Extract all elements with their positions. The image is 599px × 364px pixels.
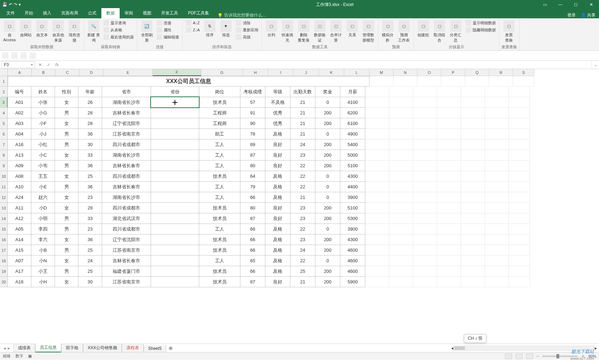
column-header-F[interactable]: F	[153, 69, 201, 76]
data-cell[interactable]	[509, 150, 530, 161]
data-cell[interactable]	[151, 181, 199, 192]
data-cell[interactable]	[485, 97, 509, 108]
data-cell[interactable]	[485, 150, 509, 161]
share-button[interactable]: 👤 共享	[581, 12, 595, 18]
login-link[interactable]: 登录	[567, 12, 576, 18]
data-cell[interactable]: 男	[55, 245, 78, 256]
ribbon-small-button[interactable]: 显示查询	[102, 20, 135, 26]
data-cell[interactable]	[461, 213, 485, 224]
data-cell[interactable]: 良好	[265, 276, 290, 287]
data-cell[interactable]	[509, 97, 530, 108]
data-cell[interactable]: 优秀	[265, 118, 290, 129]
tell-me-search[interactable]: 💡 告诉我您想要做什么…	[217, 12, 266, 18]
data-cell[interactable]: 87	[240, 150, 265, 161]
sheet-nav-next-icon[interactable]: ▸	[8, 346, 10, 351]
data-cell[interactable]	[365, 129, 389, 139]
data-cell[interactable]	[389, 245, 413, 256]
row-header-10[interactable]: 10	[0, 171, 8, 182]
row-header-14[interactable]: 14	[0, 213, 8, 224]
data-cell[interactable]: 5400	[340, 139, 365, 150]
data-cell[interactable]: A07	[7, 255, 31, 266]
data-cell[interactable]	[461, 150, 485, 161]
data-cell[interactable]	[509, 118, 530, 129]
data-cell[interactable]	[389, 161, 413, 171]
ribbon-small-button[interactable]: 连接	[156, 20, 180, 26]
data-cell[interactable]	[413, 150, 437, 161]
data-cell[interactable]: 200	[315, 213, 340, 224]
data-cell[interactable]: A05	[7, 224, 31, 234]
data-cell[interactable]: 90	[240, 118, 265, 129]
data-cell[interactable]	[437, 245, 461, 256]
data-cell[interactable]	[365, 118, 389, 129]
data-cell[interactable]: 小C	[31, 150, 55, 161]
data-cell[interactable]	[413, 203, 437, 213]
data-cell[interactable]	[365, 277, 389, 287]
sheet-tab[interactable]: 田字格	[61, 344, 83, 352]
header-cell[interactable]: 出勤天数	[290, 86, 315, 97]
data-cell[interactable]	[509, 277, 530, 287]
data-cell[interactable]	[437, 139, 461, 150]
row-header-3[interactable]: 3	[0, 97, 8, 108]
filter-button[interactable]: ▼筛选	[219, 20, 233, 38]
data-cell[interactable]	[437, 266, 461, 277]
maximize-icon[interactable]: ◻	[568, 0, 584, 9]
redo-icon[interactable]: ↷	[14, 2, 17, 7]
data-cell[interactable]	[151, 266, 199, 277]
data-cell[interactable]	[365, 234, 389, 245]
sheet-tab[interactable]: 成绩表	[13, 344, 35, 352]
row-header-18[interactable]: 18	[0, 256, 8, 266]
data-cell[interactable]	[485, 139, 509, 150]
data-cell[interactable]: 3900	[340, 192, 365, 203]
row-header-4[interactable]: 4	[0, 108, 8, 118]
data-cell[interactable]	[437, 108, 461, 118]
data-cell[interactable]	[389, 129, 413, 139]
data-cell[interactable]: A01	[7, 97, 31, 108]
data-cell[interactable]: 湖北省武汉市	[102, 213, 151, 224]
data-cell[interactable]: 工人	[199, 192, 240, 203]
data-cell[interactable]	[509, 266, 530, 277]
column-header-E[interactable]: E	[103, 69, 153, 76]
data-cell[interactable]	[461, 245, 485, 256]
row-header-13[interactable]: 13	[0, 203, 8, 213]
data-cell[interactable]	[509, 108, 530, 118]
data-cell[interactable]	[389, 234, 413, 245]
data-cell[interactable]: 21	[290, 97, 315, 108]
column-header-J[interactable]: J	[294, 69, 319, 76]
data-cell[interactable]	[151, 192, 199, 203]
ribbon-small-button[interactable]: 重新应用	[235, 27, 259, 33]
data-cell[interactable]	[485, 182, 509, 192]
data-cell[interactable]	[365, 171, 389, 182]
tab-view[interactable]: 视图	[138, 8, 156, 18]
data-cell[interactable]: 及格	[265, 128, 290, 139]
data-cell[interactable]: 技术员	[199, 97, 240, 108]
cell[interactable]	[465, 76, 489, 87]
data-cell[interactable]: 及格	[265, 181, 290, 192]
data-cell[interactable]	[389, 139, 413, 150]
data-cell[interactable]	[151, 160, 199, 171]
ribbon-button[interactable]: ▢自其他来源	[51, 20, 65, 44]
data-cell[interactable]: 男	[55, 139, 78, 150]
data-cell[interactable]: 0	[315, 97, 340, 108]
data-cell[interactable]: 3900	[340, 224, 365, 234]
data-cell[interactable]: 66	[240, 192, 265, 203]
data-cell[interactable]: 李六	[31, 234, 55, 245]
save-icon[interactable]: 💾	[2, 2, 7, 7]
data-cell[interactable]	[365, 150, 389, 161]
data-cell[interactable]: 及格	[265, 192, 290, 203]
header-cell[interactable]: 奖金	[315, 86, 340, 97]
data-cell[interactable]	[485, 171, 509, 182]
header-cell[interactable]	[509, 87, 530, 97]
data-cell[interactable]	[485, 256, 509, 266]
data-cell[interactable]	[151, 128, 199, 139]
data-cell[interactable]	[389, 182, 413, 192]
ribbon-button[interactable]: ▢合并计算	[329, 20, 343, 44]
header-cell[interactable]: 性别	[55, 86, 78, 97]
data-cell[interactable]	[509, 203, 530, 213]
data-cell[interactable]: 57	[240, 97, 265, 108]
data-cell[interactable]: 65	[240, 255, 265, 266]
sheet-nav-prev-icon[interactable]: ◂	[4, 346, 6, 351]
data-cell[interactable]	[461, 118, 485, 129]
data-cell[interactable]: 技术员	[199, 171, 240, 182]
title-cell[interactable]: XXX公司员工信息	[8, 76, 370, 87]
ribbon-small-button[interactable]: 编辑链接	[156, 34, 180, 40]
